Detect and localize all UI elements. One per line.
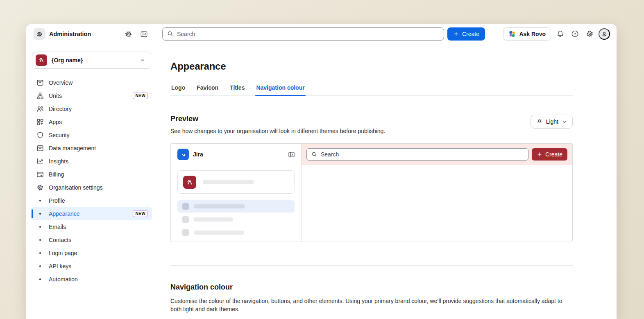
administration-app-icon bbox=[34, 28, 45, 40]
preview-header: Preview See how changes to your organisa… bbox=[170, 115, 573, 135]
settings-button[interactable] bbox=[584, 28, 595, 40]
sidebar-item-security[interactable]: Security bbox=[31, 129, 152, 142]
create-button[interactable]: Create bbox=[447, 27, 485, 41]
sidebar-item-profile[interactable]: Profile bbox=[31, 194, 152, 207]
page-content: Appearance Logo Favicon Titles Navigatio… bbox=[157, 44, 573, 313]
bullet-icon bbox=[36, 252, 44, 254]
preview-app-sidebar: Jira bbox=[171, 144, 302, 242]
skeleton-bar bbox=[194, 231, 244, 235]
sidebar-nav: Overview Units NEW Directory Apps bbox=[26, 70, 157, 286]
sidebar-item-directory[interactable]: Directory bbox=[31, 102, 152, 115]
global-search[interactable] bbox=[162, 27, 444, 41]
sidebar-item-insights[interactable]: Insights bbox=[31, 155, 152, 168]
svg-text:?: ? bbox=[574, 32, 576, 36]
chevron-down-icon bbox=[561, 119, 567, 125]
sidebar: Administration {Org name} bbox=[26, 24, 157, 319]
skeleton-square bbox=[182, 216, 189, 223]
person-icon bbox=[601, 30, 608, 38]
tab-favicon[interactable]: Favicon bbox=[196, 84, 219, 95]
preview-top-bar: Search Create bbox=[302, 144, 572, 165]
skeleton-bar bbox=[203, 180, 254, 184]
sidebar-item-automation[interactable]: Automation bbox=[31, 273, 152, 286]
sidebar-item-overview[interactable]: Overview bbox=[31, 76, 152, 89]
help-button[interactable]: ? bbox=[569, 28, 581, 40]
skeleton-row-selected bbox=[177, 200, 295, 213]
search-input[interactable] bbox=[177, 31, 440, 37]
skeleton-row bbox=[177, 213, 295, 226]
units-icon bbox=[36, 92, 44, 100]
sidebar-item-units[interactable]: Units NEW bbox=[31, 89, 152, 102]
sidebar-item-data-management[interactable]: Data management bbox=[31, 142, 152, 155]
page-title: Appearance bbox=[170, 61, 573, 72]
sidebar-item-appearance[interactable]: Appearance NEW bbox=[31, 207, 152, 220]
sidebar-collapse-button[interactable] bbox=[138, 28, 150, 40]
new-badge: NEW bbox=[133, 210, 148, 217]
org-logo bbox=[36, 54, 47, 66]
sidebar-settings-button[interactable] bbox=[122, 28, 134, 40]
preview-app-main: Search Create bbox=[302, 144, 572, 242]
sidebar-item-apps[interactable]: Apps bbox=[31, 115, 152, 129]
preview-search: Search bbox=[306, 148, 528, 161]
sidebar-item-contacts[interactable]: Contacts bbox=[31, 233, 152, 247]
notifications-button[interactable] bbox=[554, 28, 566, 40]
gear-icon bbox=[36, 183, 44, 192]
sidebar-item-emails[interactable]: Emails bbox=[31, 220, 152, 233]
overview-icon bbox=[36, 79, 44, 87]
top-bar: Create Ask Rovo ? bbox=[157, 24, 617, 44]
sidebar-item-organisation-settings[interactable]: Organisation settings bbox=[31, 181, 152, 194]
bullet-icon bbox=[36, 265, 44, 267]
new-badge: NEW bbox=[133, 93, 148, 99]
org-name: {Org name} bbox=[52, 57, 135, 63]
preview-description: See how changes to your organisation wil… bbox=[170, 127, 385, 135]
panel-collapse-icon bbox=[288, 151, 295, 158]
tab-titles[interactable]: Titles bbox=[229, 84, 245, 95]
theme-select-button[interactable]: Light bbox=[531, 115, 573, 129]
panel-collapse-icon bbox=[140, 30, 148, 38]
bullet-icon bbox=[36, 226, 44, 228]
navigation-colour-heading: Navigation colour bbox=[170, 283, 573, 292]
app-title: Administration bbox=[49, 31, 118, 37]
rovo-logo-icon bbox=[508, 30, 516, 38]
admin-window: Administration {Org name} bbox=[26, 24, 617, 319]
skeleton-row bbox=[177, 226, 295, 239]
section-divider bbox=[170, 265, 573, 266]
bullet-icon bbox=[36, 200, 44, 201]
bullet-icon bbox=[36, 213, 44, 215]
navigation-colour-description: Customise the colour of the navigation, … bbox=[170, 297, 570, 313]
credit-card-icon bbox=[36, 170, 44, 179]
gear-icon bbox=[124, 30, 133, 38]
search-icon bbox=[167, 30, 174, 37]
chart-line-icon bbox=[36, 157, 44, 165]
tab-logo[interactable]: Logo bbox=[170, 84, 186, 95]
theme-preview-panel: Jira bbox=[170, 143, 573, 242]
preview-app-name: Jira bbox=[193, 151, 283, 158]
profile-avatar[interactable] bbox=[599, 28, 610, 40]
sidebar-item-login-page[interactable]: Login page bbox=[31, 247, 152, 260]
question-circle-icon: ? bbox=[571, 29, 579, 38]
plus-icon bbox=[537, 152, 542, 157]
bullet-icon bbox=[36, 278, 44, 280]
sun-icon bbox=[536, 118, 543, 125]
preview-skeleton-nav bbox=[177, 200, 295, 239]
sidebar-item-api-keys[interactable]: API keys bbox=[31, 260, 152, 273]
sidebar-header: Administration bbox=[26, 24, 157, 44]
sidebar-item-billing[interactable]: Billing bbox=[31, 168, 152, 181]
skeleton-bar bbox=[194, 204, 245, 208]
archive-box-icon bbox=[36, 144, 44, 152]
apps-icon bbox=[36, 118, 44, 126]
shield-icon bbox=[36, 131, 44, 139]
tab-navigation-colour[interactable]: Navigation colour bbox=[255, 84, 305, 95]
org-selector[interactable]: {Org name} bbox=[32, 52, 151, 69]
preview-create-button: Create bbox=[532, 148, 567, 161]
bullet-icon bbox=[36, 239, 44, 241]
main-area: Create Ask Rovo ? bbox=[157, 24, 617, 319]
skeleton-square bbox=[182, 203, 189, 210]
directory-icon bbox=[36, 105, 44, 113]
bell-icon bbox=[556, 29, 565, 38]
plus-icon bbox=[453, 31, 459, 37]
chevron-down-icon bbox=[139, 57, 146, 63]
preview-org-card bbox=[177, 170, 295, 194]
skeleton-bar bbox=[194, 217, 233, 222]
ask-rovo-button[interactable]: Ask Rovo bbox=[503, 27, 551, 41]
preview-search-placeholder: Search bbox=[321, 151, 339, 158]
